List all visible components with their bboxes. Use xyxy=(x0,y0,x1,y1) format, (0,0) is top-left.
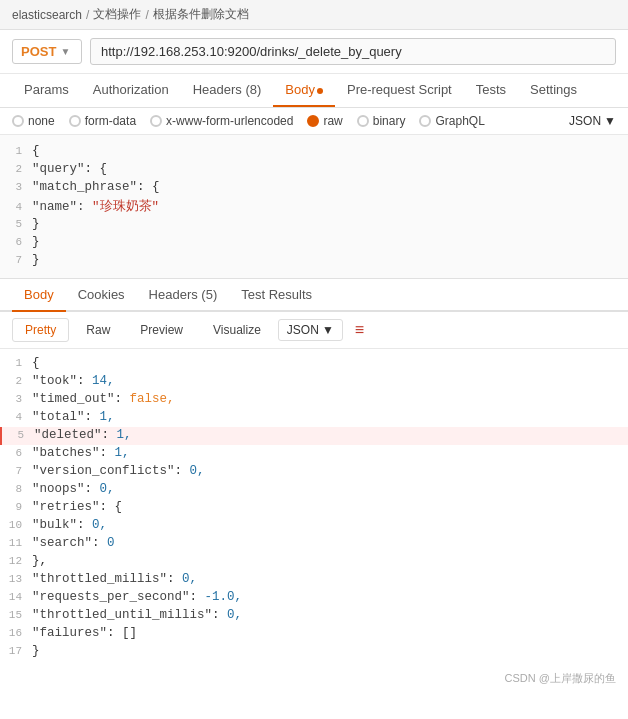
subtab-preview[interactable]: Preview xyxy=(127,318,196,342)
line-number: 7 xyxy=(0,465,32,477)
url-input[interactable] xyxy=(90,38,616,65)
body-type-row: none form-data x-www-form-urlencoded raw… xyxy=(0,108,628,135)
response-code-line: 10 "bulk": 0, xyxy=(0,517,628,535)
response-subtab-row: Pretty Raw Preview Visualize JSON ▼ ≡ xyxy=(0,312,628,349)
request-code-line: 7} xyxy=(0,252,628,270)
body-type-urlencoded[interactable]: x-www-form-urlencoded xyxy=(150,114,293,128)
line-number: 4 xyxy=(0,201,32,213)
body-type-none[interactable]: none xyxy=(12,114,55,128)
line-number: 7 xyxy=(0,254,32,266)
response-code-line: 3 "timed_out": false, xyxy=(0,391,628,409)
body-type-graphql[interactable]: GraphQL xyxy=(419,114,484,128)
line-number: 12 xyxy=(0,555,32,567)
radio-raw-icon xyxy=(307,115,319,127)
subtab-pretty[interactable]: Pretty xyxy=(12,318,69,342)
breadcrumb-link-2[interactable]: 文档操作 xyxy=(93,6,141,23)
body-type-binary-label: binary xyxy=(373,114,406,128)
response-code-line: 8 "noops": 0, xyxy=(0,481,628,499)
subtab-raw[interactable]: Raw xyxy=(73,318,123,342)
breadcrumb-sep-2: / xyxy=(145,8,148,22)
tab-authorization[interactable]: Authorization xyxy=(81,74,181,107)
response-code-line: 14 "requests_per_second": -1.0, xyxy=(0,589,628,607)
filter-icon[interactable]: ≡ xyxy=(355,321,364,339)
line-number: 3 xyxy=(0,181,32,193)
radio-graphql-icon xyxy=(419,115,431,127)
request-code-line: 4 "name": "珍珠奶茶" xyxy=(0,197,628,216)
radio-binary-icon xyxy=(357,115,369,127)
line-number: 2 xyxy=(0,163,32,175)
line-number: 11 xyxy=(0,537,32,549)
radio-form-data-icon xyxy=(69,115,81,127)
response-code-line: 16 "failures": [] xyxy=(0,625,628,643)
response-code-line: 11 "search": 0 xyxy=(0,535,628,553)
response-code-viewer: 1{2 "took": 14,3 "timed_out": false,4 "t… xyxy=(0,349,628,667)
request-tab-row: Params Authorization Headers (8) Body Pr… xyxy=(0,74,628,108)
breadcrumb: elasticsearch / 文档操作 / 根据条件删除文档 xyxy=(0,0,628,30)
body-type-urlencoded-label: x-www-form-urlencoded xyxy=(166,114,293,128)
response-code-line: 4 "total": 1, xyxy=(0,409,628,427)
format-label: JSON xyxy=(569,114,601,128)
subtab-visualize[interactable]: Visualize xyxy=(200,318,274,342)
body-type-raw[interactable]: raw xyxy=(307,114,342,128)
line-number: 1 xyxy=(0,145,32,157)
response-tab-cookies[interactable]: Cookies xyxy=(66,279,137,312)
radio-none-icon xyxy=(12,115,24,127)
breadcrumb-current: 根据条件删除文档 xyxy=(153,6,249,23)
line-number: 5 xyxy=(2,429,34,441)
line-number: 8 xyxy=(0,483,32,495)
response-code-line: 15 "throttled_until_millis": 0, xyxy=(0,607,628,625)
line-number: 6 xyxy=(0,236,32,248)
tab-pre-request[interactable]: Pre-request Script xyxy=(335,74,464,107)
breadcrumb-link-1[interactable]: elasticsearch xyxy=(12,8,82,22)
line-number: 14 xyxy=(0,591,32,603)
body-type-form-data[interactable]: form-data xyxy=(69,114,136,128)
breadcrumb-sep-1: / xyxy=(86,8,89,22)
line-number: 13 xyxy=(0,573,32,585)
response-code-line: 2 "took": 14, xyxy=(0,373,628,391)
format-select[interactable]: JSON ▼ xyxy=(569,114,616,128)
watermark: CSDN @上岸撒尿的鱼 xyxy=(0,667,628,692)
tab-settings[interactable]: Settings xyxy=(518,74,589,107)
response-format-label: JSON xyxy=(287,323,319,337)
response-format-arrow-icon: ▼ xyxy=(322,323,334,337)
body-type-binary[interactable]: binary xyxy=(357,114,406,128)
response-tab-row: Body Cookies Headers (5) Test Results xyxy=(0,279,628,312)
method-label: POST xyxy=(21,44,56,59)
response-tab-body[interactable]: Body xyxy=(12,279,66,312)
radio-urlencoded-icon xyxy=(150,115,162,127)
body-type-form-data-label: form-data xyxy=(85,114,136,128)
tab-params[interactable]: Params xyxy=(12,74,81,107)
request-code-line: 1{ xyxy=(0,143,628,161)
line-number: 9 xyxy=(0,501,32,513)
request-code-line: 2 "query": { xyxy=(0,161,628,179)
response-format-select[interactable]: JSON ▼ xyxy=(278,319,343,341)
line-number: 10 xyxy=(0,519,32,531)
response-tab-test-results[interactable]: Test Results xyxy=(229,279,324,312)
request-code-line: 3 "match_phrase": { xyxy=(0,179,628,197)
tab-body[interactable]: Body xyxy=(273,74,335,107)
format-arrow-icon: ▼ xyxy=(604,114,616,128)
tab-headers[interactable]: Headers (8) xyxy=(181,74,274,107)
response-code-line: 17} xyxy=(0,643,628,661)
response-code-line: 6 "batches": 1, xyxy=(0,445,628,463)
request-code-line: 6 } xyxy=(0,234,628,252)
method-arrow-icon: ▼ xyxy=(60,46,70,57)
tab-tests[interactable]: Tests xyxy=(464,74,518,107)
response-code-line: 5 "deleted": 1, xyxy=(0,427,628,445)
response-code-line: 12 }, xyxy=(0,553,628,571)
method-select[interactable]: POST ▼ xyxy=(12,39,82,64)
response-code-line: 7 "version_conflicts": 0, xyxy=(0,463,628,481)
line-number: 1 xyxy=(0,357,32,369)
line-number: 5 xyxy=(0,218,32,230)
url-bar: POST ▼ xyxy=(0,30,628,74)
response-code-line: 9 "retries": { xyxy=(0,499,628,517)
response-tab-headers[interactable]: Headers (5) xyxy=(137,279,230,312)
line-number: 6 xyxy=(0,447,32,459)
line-number: 16 xyxy=(0,627,32,639)
line-number: 2 xyxy=(0,375,32,387)
response-code-line: 13 "throttled_millis": 0, xyxy=(0,571,628,589)
line-number: 3 xyxy=(0,393,32,405)
body-type-raw-label: raw xyxy=(323,114,342,128)
request-code-editor[interactable]: 1{2 "query": {3 "match_phrase": {4 "name… xyxy=(0,135,628,279)
response-code-line: 1{ xyxy=(0,355,628,373)
